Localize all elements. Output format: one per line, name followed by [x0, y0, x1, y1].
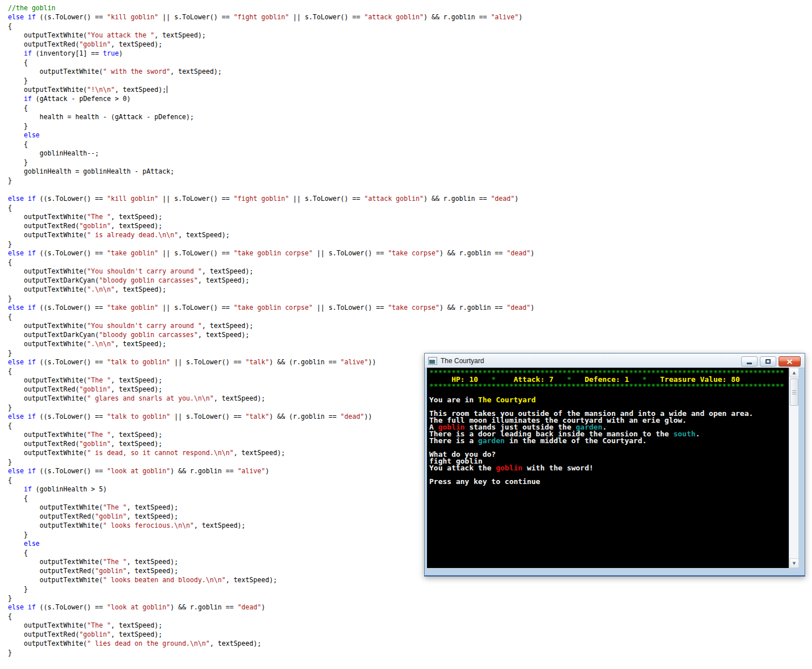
code-line: { [8, 612, 534, 621]
console-line: What do you do? [429, 451, 789, 458]
code-line: outputTextWhite(" is already dead.\n\n",… [8, 230, 534, 239]
console-line: ****************************************… [429, 383, 789, 390]
code-line: outputTextWhite("You attack the ", textS… [8, 31, 534, 40]
code-line: else if ((s.ToLower() == "take goblin" |… [8, 303, 534, 312]
code-line: { [8, 58, 534, 67]
code-line [8, 185, 534, 194]
code-line: outputTextRed("goblin", textSpeed); [8, 221, 534, 230]
console-scrollbar[interactable]: ▲ ▼ [789, 368, 798, 568]
code-line: { [8, 103, 534, 112]
code-line: } [8, 176, 534, 185]
code-line: { [8, 140, 534, 149]
code-line: outputTextDarkCyan("bloody goblin carcas… [8, 330, 534, 339]
code-line: outputTextWhite("You shouldn't carry aro… [8, 267, 534, 276]
code-line: else if ((s.ToLower() == "look at goblin… [8, 603, 534, 612]
code-line: } [8, 594, 534, 603]
code-line: else [8, 131, 534, 140]
code-line: } [8, 294, 534, 303]
code-line: outputTextWhite(" with the sword", textS… [8, 67, 534, 76]
minimize-icon [747, 363, 752, 364]
code-line: if (gAttack - pDefence > 0) [8, 94, 534, 103]
code-line: } [8, 158, 534, 167]
minimize-button[interactable] [741, 356, 758, 367]
code-line: outputTextWhite(".\n\n", textSpeed); [8, 339, 534, 348]
scroll-up-icon: ▲ [793, 371, 796, 375]
console-title: The Courtyard [441, 357, 484, 365]
code-line: outputTextRed("goblin", textSpeed); [8, 630, 534, 639]
code-line: outputTextDarkCyan("bloody goblin carcas… [8, 276, 534, 285]
code-line: outputTextWhite(" lies dead on the groun… [8, 639, 534, 648]
maximize-icon [766, 359, 771, 364]
code-line: outputTextWhite("!\n\n", textSpeed); [8, 85, 534, 94]
code-line: outputTextWhite("You shouldn't carry aro… [8, 321, 534, 330]
code-line: outputTextWhite(".\n\n", textSpeed); [8, 285, 534, 294]
console-line: You are in The Courtyard [429, 397, 789, 403]
code-line: outputTextWhite("The ", textSpeed); [8, 621, 534, 630]
code-line: } [8, 76, 534, 85]
console-line: There is a garden in the middle of the C… [429, 437, 789, 444]
console-body: ****************************************… [427, 368, 798, 568]
code-line: outputTextWhite(" looks beaten and blood… [8, 575, 534, 584]
console-app-icon [428, 357, 437, 365]
console-titlebar[interactable]: The Courtyard [425, 354, 805, 368]
code-line: { [8, 258, 534, 267]
code-line: outputTextWhite("The ", textSpeed); [8, 212, 534, 221]
code-line: else if ((s.ToLower() == "kill goblin" |… [8, 12, 534, 22]
close-button[interactable] [779, 356, 801, 367]
scroll-up-button[interactable]: ▲ [789, 368, 799, 377]
code-line: if (inventory[1] == true) [8, 49, 534, 58]
close-icon [786, 359, 793, 364]
code-line: goblinHealth--; [8, 149, 534, 158]
window-controls [741, 356, 801, 367]
code-line: goblinHealth = goblinHealth - pAttack; [8, 167, 534, 176]
code-line: else if ((s.ToLower() == "kill goblin" |… [8, 194, 534, 203]
code-line: { [8, 312, 534, 321]
code-line: } [8, 121, 534, 131]
console-window: The Courtyard **************************… [424, 353, 805, 577]
maximize-button[interactable] [760, 356, 776, 367]
code-line: { [8, 22, 534, 31]
code-line: } [8, 239, 534, 249]
code-line: outputTextRed("goblin", textSpeed); [8, 40, 534, 49]
console-line: You attack the goblin with the sword! [429, 465, 789, 472]
scroll-down-icon: ▼ [793, 561, 796, 566]
console-output[interactable]: ****************************************… [427, 368, 789, 568]
code-line: } [8, 648, 534, 657]
scroll-down-button[interactable]: ▼ [789, 558, 799, 568]
code-line: //the goblin [8, 3, 534, 12]
code-line: } [8, 584, 534, 594]
code-line: health = health - (gAttack - pDefence); [8, 112, 534, 121]
console-line: Press any key to continue [429, 478, 789, 485]
scrollbar-thumb[interactable] [790, 378, 798, 406]
code-line: else if ((s.ToLower() == "take goblin" |… [8, 249, 534, 258]
code-line: { [8, 203, 534, 212]
